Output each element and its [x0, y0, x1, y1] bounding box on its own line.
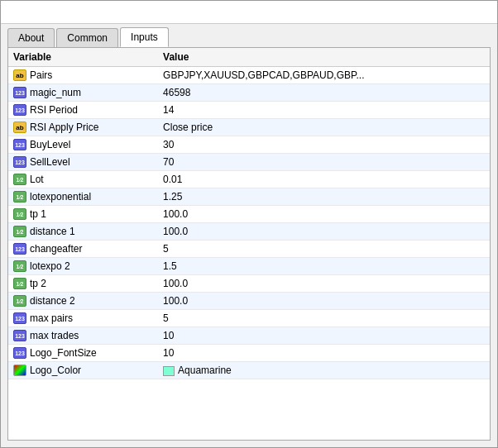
variable-cell: abRSI Apply Price [8, 119, 158, 136]
variable-name: RSI Apply Price [30, 122, 98, 133]
table-row: 1⁄2distance 1100.0 [8, 223, 490, 241]
tab-about[interactable]: About [7, 28, 55, 47]
type-icon: 123 [13, 104, 26, 116]
table-header-row: Variable Value [8, 48, 490, 67]
variable-cell: 123RSI Period [8, 102, 158, 119]
variable-name: changeafter [30, 243, 82, 255]
inputs-table: Variable Value abPairsGBPJPY,XAUUSD,GBPC… [8, 48, 490, 379]
variable-name: distance 1 [30, 226, 75, 237]
value-cell: 100.0 [158, 223, 490, 241]
help-button[interactable] [456, 5, 471, 20]
variable-cell: abPairs [8, 67, 158, 84]
table-row: 123magic_num46598 [8, 84, 490, 102]
table-row: 1⁄2lotexponential1.25 [8, 188, 490, 206]
table-row: 123BuyLevel30 [8, 136, 490, 154]
value-cell: 100.0 [158, 206, 490, 223]
type-icon: 123 [13, 347, 26, 359]
variable-name: Logo_Color [30, 365, 81, 376]
table-container: Variable Value abPairsGBPJPY,XAUUSD,GBPC… [8, 48, 490, 440]
value-cell: 100.0 [158, 293, 490, 310]
table-row: Logo_ColorAquamarine [8, 362, 490, 379]
variable-cell: 123magic_num [8, 84, 158, 102]
value-cell: 5 [158, 241, 490, 258]
type-icon: 1⁄2 [13, 191, 26, 203]
value-cell: 1.5 [158, 258, 490, 275]
variable-cell: 1⁄2distance 1 [8, 223, 158, 241]
value-cell: 10 [158, 327, 490, 345]
variable-cell: 1⁄2Lot [8, 171, 158, 188]
variable-name: BuyLevel [30, 139, 70, 150]
variable-name: Logo_FontSize [30, 347, 97, 359]
variable-cell: 1⁄2lotexponential [8, 188, 158, 206]
variable-cell: 1⁄2tp 1 [8, 206, 158, 223]
table-row: 1⁄2distance 2100.0 [8, 293, 490, 310]
table-row: 123changeafter5 [8, 241, 490, 258]
table-row: 123max trades10 [8, 327, 490, 345]
value-cell: 46598 [158, 84, 490, 102]
value-cell: Close price [158, 119, 490, 136]
table-row: 1⁄2tp 2100.0 [8, 275, 490, 293]
variable-cell: 123max pairs [8, 310, 158, 327]
variable-cell: 1⁄2tp 2 [8, 275, 158, 293]
table-row: 1⁄2Lot0.01 [8, 171, 490, 188]
value-cell: 14 [158, 102, 490, 119]
variable-cell: 123max trades [8, 327, 158, 345]
value-cell: 30 [158, 136, 490, 154]
value-cell: Aquamarine [158, 362, 490, 379]
tab-common[interactable]: Common [56, 28, 118, 47]
variable-cell: 123Logo_FontSize [8, 345, 158, 362]
table-row: 123Logo_FontSize10 [8, 345, 490, 362]
variable-name: tp 1 [30, 208, 46, 220]
value-cell: 100.0 [158, 275, 490, 293]
color-swatch [163, 366, 175, 376]
table-row: abPairsGBPJPY,XAUUSD,GBPCAD,GBPAUD,GBP..… [8, 67, 490, 84]
variable-name: magic_num [30, 87, 81, 98]
variable-name: max pairs [30, 312, 73, 324]
type-icon: 1⁄2 [13, 295, 26, 307]
variable-name: Lot [30, 174, 44, 185]
variable-name: SellLevel [30, 156, 70, 168]
variable-name: Pairs [30, 69, 52, 81]
table-row: 1⁄2tp 1100.0 [8, 206, 490, 223]
variable-cell: 123changeafter [8, 241, 158, 258]
variable-cell: 123BuyLevel [8, 136, 158, 154]
close-button[interactable] [476, 5, 491, 20]
variable-cell: 1⁄2distance 2 [8, 293, 158, 310]
table-row: abRSI Apply PriceClose price [8, 119, 490, 136]
type-icon: 123 [13, 243, 26, 255]
type-icon: 123 [13, 330, 26, 341]
type-icon [13, 365, 26, 376]
value-cell: 5 [158, 310, 490, 327]
title-controls [456, 5, 491, 20]
type-icon: ab [13, 122, 26, 133]
variable-name: max trades [30, 330, 79, 341]
table-row: 123SellLevel70 [8, 154, 490, 171]
value-cell: 10 [158, 345, 490, 362]
variable-name: RSI Period [30, 104, 78, 116]
variable-name: lotexpo 2 [30, 260, 70, 272]
variable-cell: 123SellLevel [8, 154, 158, 171]
type-icon: 123 [13, 139, 26, 150]
value-cell: 0.01 [158, 171, 490, 188]
type-icon: 123 [13, 87, 26, 98]
value-text: Aquamarine [178, 365, 232, 376]
main-window: AboutCommonInputs Variable Value abPairs… [0, 0, 498, 448]
type-icon: 1⁄2 [13, 226, 26, 237]
type-icon: 1⁄2 [13, 208, 26, 220]
type-icon: 1⁄2 [13, 260, 26, 272]
tab-bar: AboutCommonInputs [1, 24, 497, 47]
table-row: 123max pairs5 [8, 310, 490, 327]
column-variable: Variable [8, 48, 158, 67]
type-icon: 1⁄2 [13, 278, 26, 289]
variable-name: lotexponential [30, 191, 91, 203]
table-row: 123RSI Period14 [8, 102, 490, 119]
variable-name: tp 2 [30, 278, 46, 289]
table-row: 1⁄2lotexpo 21.5 [8, 258, 490, 275]
type-icon: 123 [13, 156, 26, 168]
column-value: Value [158, 48, 490, 67]
tab-inputs[interactable]: Inputs [120, 27, 169, 47]
content-area: Variable Value abPairsGBPJPY,XAUUSD,GBPC… [7, 47, 491, 441]
variable-cell: Logo_Color [8, 362, 158, 379]
variable-cell: 1⁄2lotexpo 2 [8, 258, 158, 275]
value-cell: 1.25 [158, 188, 490, 206]
